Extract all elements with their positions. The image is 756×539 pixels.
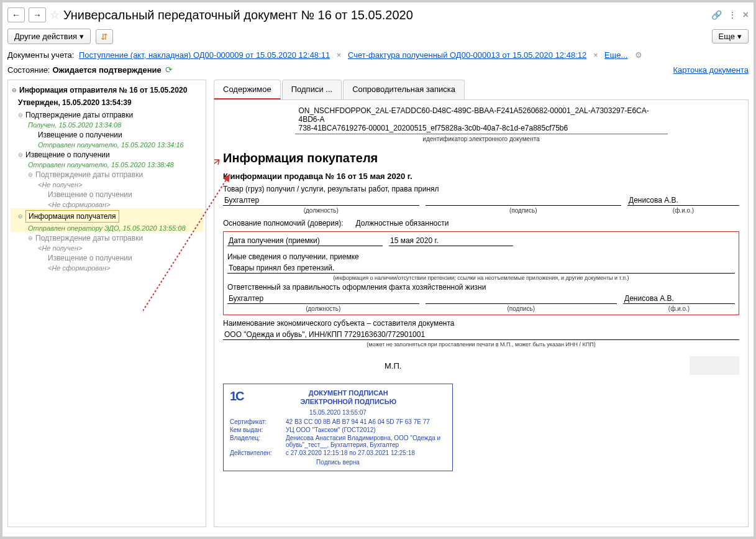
owner-value: Денисова Анастасия Владимировна, ООО "Од… <box>286 435 446 448</box>
tab-cover-note[interactable]: Сопроводительная записка <box>343 80 465 99</box>
document-card-link[interactable]: Карточка документа <box>673 65 749 75</box>
mp-label: М.П. <box>385 361 401 371</box>
tree-node-1[interactable]: ⊖ Подтверждение даты отправки <box>11 109 203 121</box>
collapse-icon[interactable]: ⊖ <box>12 87 17 93</box>
responsible-line: Ответственный за правильность оформления… <box>227 283 735 292</box>
tab-content[interactable]: Содержимое <box>214 80 281 99</box>
docs-more-link[interactable]: Еще... <box>604 50 627 60</box>
signature-stamp: 1C ДОКУМЕНТ ПОДПИСАН ЭЛЕКТРОННОЙ ПОДПИСЬ… <box>223 384 453 471</box>
hint-1: (информация о наличии/отсутствии претенз… <box>227 275 735 281</box>
stamp-date: 15.05.2020 13:55:07 <box>230 409 446 416</box>
tree-root[interactable]: ⊖ Информация отправителя № 16 от 15.05.2… <box>11 84 203 96</box>
receive-date-value: 15 мая 2020 г. <box>389 236 513 246</box>
tree-node-3[interactable]: ⊖ Информация получателя <box>11 208 203 224</box>
hint-2: (может не заполняться при проставлении п… <box>223 341 739 348</box>
collapse-icon[interactable]: ⊖ <box>28 235 33 241</box>
collapse-icon[interactable]: ⊖ <box>18 112 23 118</box>
grounds-row: Основание полномочий (доверия): Должност… <box>223 219 739 228</box>
tree-node-3-1-1-status: <Не сформирован> <box>11 264 203 272</box>
tree-node-2-1-status: <Не получен> <box>11 181 203 188</box>
chevron-down-icon: ▾ <box>80 32 84 41</box>
entity-label: Наименование экономического субъекта – с… <box>223 319 739 328</box>
refresh-icon[interactable]: ⟳ <box>165 65 173 75</box>
docs-label: Документы учета: <box>7 50 74 60</box>
doc-id-caption: идентификатор электронного документа <box>223 136 739 142</box>
more-label: Еще <box>719 32 735 41</box>
signature-2 <box>426 294 617 304</box>
arrow-pointer-icon <box>214 160 219 171</box>
tree-node-3-1[interactable]: ⊖ Подтверждение даты отправки <box>11 232 203 244</box>
collapse-icon[interactable]: ⊖ <box>18 152 23 158</box>
more-button[interactable]: Еще ▾ <box>712 29 749 44</box>
1c-logo-icon: 1C <box>230 389 244 403</box>
position-2: Бухгалтер <box>227 293 419 304</box>
cert-value: 42 B3 CC 00 8B AB B7 94 41 A6 04 5D 7F 6… <box>286 418 446 425</box>
remove-doc-2[interactable]: × <box>593 50 598 60</box>
back-button[interactable]: ← <box>7 7 25 22</box>
tree-node-3-status: Отправлен оператору ЭДО, 15.05.2020 13:5… <box>11 224 203 232</box>
entity-value: ООО "Одежда и обувь", ИНН/КПП 7729163630… <box>223 329 739 340</box>
fio-1: Денисова А.В. <box>627 195 739 206</box>
other-info-label: Иные сведения о получении, приемке <box>227 252 735 261</box>
tree-panel: ⊖ Информация отправителя № 16 от 15.05.2… <box>7 80 206 527</box>
signature-1 <box>426 196 622 206</box>
tree-node-3-1-status: <Не получен> <box>11 244 203 252</box>
tree-node-1-1[interactable]: Извещение о получении <box>11 129 203 141</box>
receipt-line: Товар (груз) получил / услуги, результат… <box>223 185 739 193</box>
tree-node-3-1-1[interactable]: Извещение о получении <box>11 252 203 264</box>
fio-2: Денисова А.В. <box>623 293 735 304</box>
link-icon[interactable]: 🔗 <box>711 10 722 20</box>
issued-value: УЦ ООО "Такском" (ГОСТ2012) <box>286 426 446 433</box>
tree-node-1-status: Получен, 15.05.2020 13:34:08 <box>11 121 203 129</box>
remove-doc-1[interactable]: × <box>337 50 342 60</box>
favorite-icon[interactable]: ☆ <box>50 8 60 22</box>
tree-node-1-1-status: Отправлен получателю, 15.05.2020 13:34:1… <box>11 141 203 149</box>
highlighted-section: Дата получения (приемки) 15 мая 2020 г. … <box>223 231 739 315</box>
seller-reference: К информации продавца № 16 от 15 мая 202… <box>223 172 739 181</box>
menu-dots-icon[interactable]: ⋮ <box>728 10 737 20</box>
content-panel: ON_NSCHFDOPPOK_2AL-E7ADDC60-D48C-489C-BB… <box>214 100 749 527</box>
position-1: Бухгалтер <box>223 195 419 206</box>
tree-root-status: Утвержден, 15.05.2020 13:54:39 <box>11 96 203 109</box>
tab-signatures[interactable]: Подписи ... <box>282 80 342 99</box>
buyer-info-title: Информация покупателя <box>223 151 739 165</box>
chevron-down-icon: ▾ <box>737 32 742 41</box>
forward-button[interactable]: → <box>29 7 46 22</box>
tree-node-2-1[interactable]: ⊖ Подтверждение даты отправки <box>11 168 203 181</box>
other-info-value: Товары принял без претензий. <box>227 263 735 274</box>
tree-node-2-1-1[interactable]: Извещение о получении <box>11 188 203 201</box>
close-icon[interactable]: × <box>743 9 749 21</box>
page-title: Универсальный передаточный документ № 16… <box>63 8 413 22</box>
other-actions-button[interactable]: Другие действия ▾ <box>7 29 91 44</box>
other-actions-label: Другие действия <box>14 32 77 41</box>
collapse-icon[interactable]: ⊖ <box>18 213 23 219</box>
tree-node-2[interactable]: ⊖ Извещение о получении <box>11 149 203 161</box>
doc-id: ON_NSCHFDOPPOK_2AL-E7ADDC60-D48C-489C-BB… <box>295 106 668 134</box>
doc-link-2[interactable]: Счет-фактура полученный ОД00-000013 от 1… <box>348 50 586 60</box>
structure-icon-button[interactable]: ⇵ <box>96 29 113 44</box>
receive-date-label: Дата получения (приемки) <box>227 236 383 246</box>
tree-node-2-status: Отправлен получателю, 15.05.2020 13:38:4… <box>11 161 203 168</box>
doc-link-1[interactable]: Поступление (акт, накладная) ОД00-000009… <box>79 50 330 60</box>
status-label: Состояние: <box>7 65 50 75</box>
mp-placeholder <box>690 356 739 375</box>
valid-value: с 27.03.2020 12:15:18 по 27.03.2021 12:2… <box>286 449 446 456</box>
accounting-docs-row: Документы учета: Поступление (акт, накла… <box>7 48 749 62</box>
collapse-icon[interactable]: ⊖ <box>28 172 33 178</box>
gear-icon[interactable]: ⚙ <box>635 50 642 60</box>
stamp-valid-text: Подпись верна <box>230 459 446 466</box>
tree-node-2-1-1-status: <Не сформирован> <box>11 201 203 208</box>
status-value: Ожидается подтверждение <box>52 65 161 75</box>
